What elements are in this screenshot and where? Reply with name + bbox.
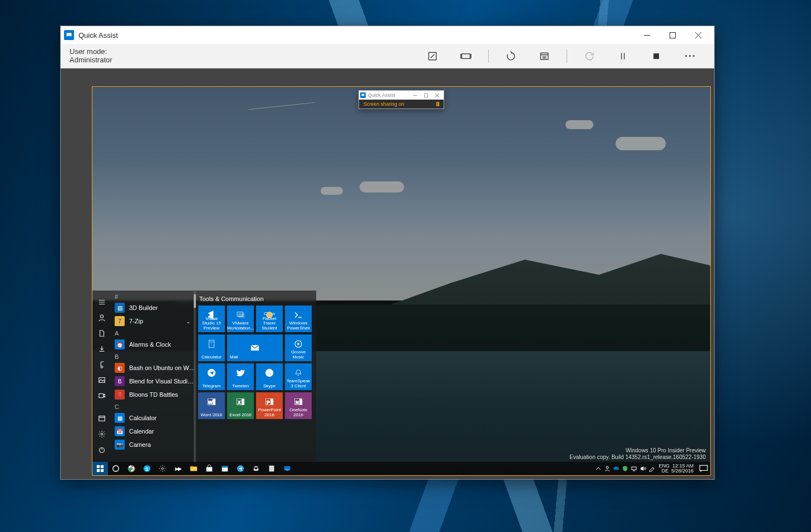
client-status-label: Screen sharing on xyxy=(363,101,404,107)
watermark-line2: Evaluation copy. Build 14352.rs1_release… xyxy=(569,454,706,461)
tile-skype[interactable]: SSkype xyxy=(256,363,283,390)
rail-pictures-button[interactable] xyxy=(95,373,109,387)
app-item-alarms[interactable]: ⏰Alarms & Clock xyxy=(111,338,196,351)
taskbar-telegram[interactable] xyxy=(233,462,248,475)
tile-mail[interactable]: Mail xyxy=(227,334,283,361)
tile-excel[interactable]: XExcel 2016 xyxy=(227,392,254,419)
apps-heading-b[interactable]: B xyxy=(111,351,196,361)
app-item-blend[interactable]: BBlend for Visual Studio 2015 xyxy=(111,375,196,388)
taskbar-settings[interactable] xyxy=(155,462,170,475)
tray-lang2[interactable]: DE xyxy=(661,468,669,474)
taskbar-explorer[interactable] xyxy=(186,462,201,475)
client-pause-button[interactable] xyxy=(436,102,439,106)
chevron-down-icon: ⌄ xyxy=(186,318,190,324)
tray-pen-icon[interactable] xyxy=(648,465,655,472)
taskbar-skype[interactable]: S xyxy=(139,462,155,475)
svg-rect-27 xyxy=(213,399,215,405)
app-item-calculator[interactable]: ▦Calculator xyxy=(111,411,196,425)
svg-rect-49 xyxy=(207,467,213,471)
svg-point-24 xyxy=(296,370,301,375)
tile-telegram[interactable]: Telegram xyxy=(198,363,225,390)
app-item-bloons[interactable]: 🎈Bloons TD Battles xyxy=(111,388,196,401)
pause-button[interactable] xyxy=(611,44,635,68)
taskbar-calendar[interactable] xyxy=(217,462,233,475)
tray-volume-icon[interactable] xyxy=(640,465,646,472)
tile-powershell[interactable]: Windows PowerShell xyxy=(285,306,312,332)
app-item-3d-builder[interactable]: ▧3D Builder xyxy=(111,301,196,314)
rail-music-button[interactable] xyxy=(95,358,109,371)
rail-explorer-button[interactable] xyxy=(95,412,109,425)
rail-expand-button[interactable] xyxy=(95,295,109,309)
client-titlebar[interactable]: Quick Assist xyxy=(359,91,444,100)
client-minimize-button[interactable] xyxy=(409,91,420,99)
minimize-button[interactable] xyxy=(634,26,660,44)
tray-security-icon[interactable] xyxy=(622,465,628,472)
maximize-button[interactable] xyxy=(660,26,685,44)
rail-videos-button[interactable] xyxy=(95,389,109,402)
user-mode-value: Administrator xyxy=(70,56,112,65)
start-menu-tiles: Tools & Communication Visual Studio 15 P… xyxy=(196,291,316,462)
stop-button[interactable] xyxy=(644,44,669,68)
rail-downloads-button[interactable] xyxy=(95,342,109,356)
rail-account-button[interactable] xyxy=(95,311,109,324)
annotate-button[interactable] xyxy=(420,44,445,68)
apps-heading-a[interactable]: A xyxy=(111,328,196,338)
rail-documents-button[interactable] xyxy=(95,327,109,340)
tiles-group-title[interactable]: Tools & Communication xyxy=(199,295,312,302)
restart-button[interactable] xyxy=(499,44,523,68)
quick-assist-toolbar: User mode: Administrator xyxy=(61,44,714,68)
svg-text:S: S xyxy=(268,370,272,376)
taskbar-discord[interactable] xyxy=(248,462,264,475)
window-titlebar[interactable]: Quick Assist xyxy=(61,26,714,44)
tray-chevron-up-icon[interactable] xyxy=(595,465,602,472)
apps-scrollbar[interactable] xyxy=(194,291,196,462)
svg-text:P: P xyxy=(267,400,270,405)
svg-rect-7 xyxy=(424,93,427,97)
tile-vmware[interactable]: VMware Workstation... xyxy=(227,306,254,332)
tray-people-icon[interactable] xyxy=(604,465,611,472)
tile-tweeten[interactable]: Tweeten xyxy=(227,363,254,390)
tray-onedrive-icon[interactable] xyxy=(613,465,620,472)
start-menu-app-list[interactable]: # ▧3D Builder 77-Zip ⌄ A ⏰Alarms & Clock… xyxy=(111,291,196,462)
taskbar-quick-assist[interactable] xyxy=(279,462,295,475)
close-button[interactable] xyxy=(685,26,711,44)
app-item-camera[interactable]: 📷Camera xyxy=(111,438,196,451)
taskbar-notepad[interactable] xyxy=(264,462,279,475)
remote-viewport: Quick Assist Screen sharing on Windows 1… xyxy=(61,68,714,479)
more-button[interactable] xyxy=(677,44,702,68)
taskbar-store[interactable] xyxy=(201,462,217,475)
svg-rect-48 xyxy=(190,466,193,467)
cortana-button[interactable] xyxy=(108,462,124,475)
remote-screen[interactable]: Quick Assist Screen sharing on Windows 1… xyxy=(92,86,711,476)
rail-settings-button[interactable] xyxy=(95,427,109,441)
tile-word[interactable]: WWord 2016 xyxy=(198,392,225,419)
task-manager-button[interactable] xyxy=(532,44,557,68)
action-center-button[interactable] xyxy=(699,464,708,473)
app-item-bash[interactable]: ◐Bash on Ubuntu on Windows xyxy=(111,361,196,375)
start-button[interactable] xyxy=(92,462,108,475)
tile-onenote[interactable]: NOneNote 2016 xyxy=(285,392,312,419)
tile-groove[interactable]: Groove Music xyxy=(285,334,312,361)
apps-heading-c[interactable]: C xyxy=(111,401,196,411)
taskbar-steam[interactable] xyxy=(170,462,186,475)
svg-rect-38 xyxy=(101,465,104,468)
quick-assist-client-window[interactable]: Quick Assist Screen sharing on xyxy=(358,90,444,109)
tile-powerpoint[interactable]: PPowerPoint 2016 xyxy=(256,392,283,419)
client-window-title: Quick Assist xyxy=(368,92,395,98)
client-maximize-button[interactable] xyxy=(420,91,431,99)
app-item-calendar[interactable]: 📅Calendar xyxy=(111,425,196,438)
svg-rect-51 xyxy=(222,466,228,468)
tile-cisco[interactable]: Cisco Packet Tracer Student xyxy=(256,306,283,332)
apps-heading-hash[interactable]: # xyxy=(111,291,196,301)
client-close-button[interactable] xyxy=(431,91,443,99)
rail-power-button[interactable] xyxy=(95,443,109,456)
app-item-7zip[interactable]: 77-Zip ⌄ xyxy=(111,314,196,328)
tile-calculator[interactable]: Calculator xyxy=(198,334,225,361)
tray-date[interactable]: 5/28/2016 xyxy=(671,468,694,474)
taskbar-chrome[interactable] xyxy=(124,462,139,475)
system-tray[interactable]: ENG 12:15 AM DE 5/28/2016 xyxy=(595,462,710,475)
fit-screen-button[interactable] xyxy=(454,44,478,68)
tray-network-icon[interactable] xyxy=(631,465,637,472)
tile-visual-studio[interactable]: Visual Studio 15 Preview xyxy=(198,306,225,332)
tile-teamspeak[interactable]: TeamSpeak 3 Client xyxy=(285,363,312,390)
